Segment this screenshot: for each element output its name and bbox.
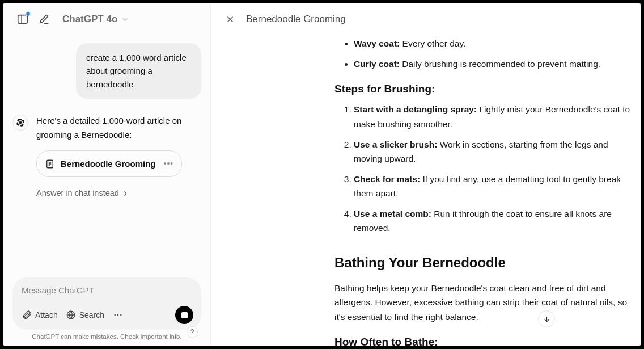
close-icon (225, 14, 235, 24)
notification-dot (26, 11, 31, 16)
document-icon (45, 159, 55, 169)
canvas-panel: Bernedoodle Grooming Wavy coat: Every ot… (210, 3, 641, 346)
list-item: Check for mats: If you find any, use a d… (354, 172, 630, 201)
list-item: Wavy coat: Every other day. (354, 36, 630, 51)
stop-button[interactable] (175, 306, 193, 324)
assistant-avatar (12, 115, 28, 131)
close-canvas-button[interactable] (224, 14, 236, 25)
scroll-down-button[interactable] (538, 310, 555, 327)
paperclip-icon (22, 310, 32, 320)
more-button[interactable] (112, 310, 124, 320)
svg-point-4 (117, 314, 118, 316)
document-body[interactable]: Wavy coat: Every other day. Curly coat: … (211, 33, 641, 346)
composer-area: Message ChatGPT Attach Search (3, 277, 210, 346)
list-item: Use a metal comb: Run it through the coa… (354, 207, 630, 236)
canvas-header: Bernedoodle Grooming (211, 3, 641, 33)
arrow-down-icon (543, 315, 551, 323)
assistant-message: Here's a detailed 1,000-word article on … (12, 113, 201, 200)
steps-heading: Steps for Brushing: (334, 80, 630, 98)
composer-input[interactable]: Message ChatGPT (22, 285, 193, 298)
model-name: ChatGPT 4o (62, 14, 117, 25)
steps-list: Start with a detangling spray: Lightly m… (334, 102, 630, 236)
canvas-title: Bernedoodle Grooming (246, 14, 346, 25)
bathing-heading: Bathing Your Bernedoodle (334, 251, 630, 274)
chevron-down-icon (121, 15, 129, 24)
list-item: Start with a detangling spray: Lightly m… (354, 102, 630, 131)
document-chip-menu[interactable]: ••• (164, 157, 174, 171)
assistant-intro-text: Here's a detailed 1,000-word article on … (36, 113, 201, 142)
globe-icon (66, 310, 76, 320)
attach-button[interactable]: Attach (22, 310, 58, 320)
help-button[interactable]: ? (187, 326, 198, 338)
svg-rect-0 (18, 15, 28, 24)
document-chip[interactable]: Bernedoodle Grooming ••• (36, 150, 182, 178)
new-chat-icon[interactable] (37, 12, 51, 26)
more-horizontal-icon (112, 310, 124, 320)
svg-point-3 (115, 314, 116, 316)
chevron-right-icon (121, 190, 129, 197)
disclaimer: ChatGPT can make mistakes. Check importa… (12, 330, 201, 342)
bathing-paragraph: Bathing helps keep your Bernedoodle's co… (334, 281, 630, 325)
list-item: Curly coat: Daily brushing is recommende… (354, 57, 630, 72)
list-item: Use a slicker brush: Work in sections, s… (354, 137, 630, 166)
chat-thread: create a 1,000 word article about groomi… (3, 33, 210, 277)
model-selector[interactable]: ChatGPT 4o (59, 11, 133, 27)
svg-point-5 (120, 314, 121, 316)
left-header: ChatGPT 4o (3, 3, 210, 33)
document-chip-title: Bernedoodle Grooming (61, 157, 156, 171)
stop-icon (181, 312, 188, 318)
user-message: create a 1,000 word article about groomi… (76, 43, 201, 99)
openai-logo-icon (16, 118, 25, 127)
search-button[interactable]: Search (66, 310, 104, 320)
sidebar: ChatGPT 4o create a 1,000 word article a… (3, 3, 210, 346)
how-often-heading: How Often to Bathe: (334, 333, 630, 346)
sidebar-toggle-icon[interactable] (16, 12, 29, 26)
coat-list: Wavy coat: Every other day. Curly coat: … (334, 36, 630, 71)
composer[interactable]: Message ChatGPT Attach Search (12, 277, 201, 330)
answer-in-chat-link[interactable]: Answer in chat instead (36, 186, 201, 200)
